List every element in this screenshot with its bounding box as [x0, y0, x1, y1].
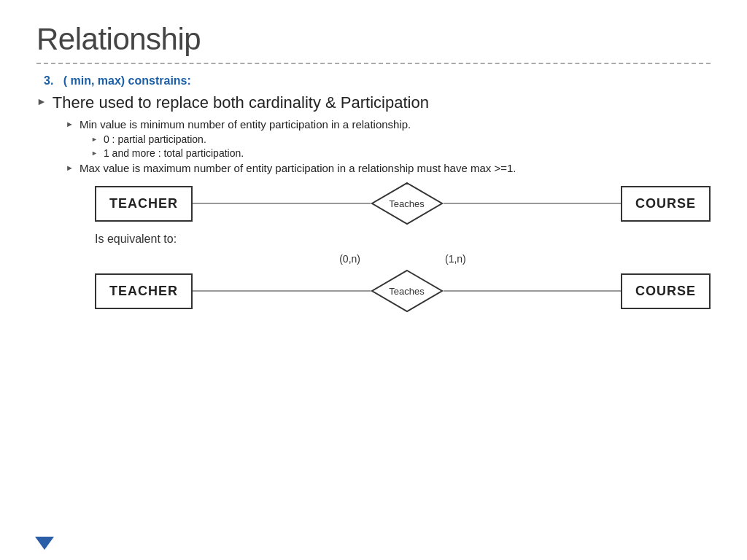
slide-title: Relationship [36, 22, 711, 57]
connector-left-1 [193, 203, 370, 204]
slide-indicator [35, 537, 54, 550]
svg-marker-1 [372, 271, 442, 311]
left-constraint-label: (0,n) [175, 253, 366, 265]
sub-bullet-0-child-1-text: 1 and more : total participation. [104, 147, 244, 159]
diagram-area-1: TEACHER Teaches COURSE Is equivalent to:… [36, 182, 711, 313]
arrow-icon-0-0: ► [91, 136, 98, 143]
entity-course-1: COURSE [621, 186, 711, 222]
arrow-icon-1: ► [66, 163, 74, 172]
main-bullet-text: There used to replace both cardinality &… [53, 93, 429, 112]
sub-bullet-1: ► Max value is maximum number of entity … [36, 162, 711, 174]
entity-teacher-2: TEACHER [95, 273, 193, 309]
entity-teacher-1: TEACHER [95, 186, 193, 222]
er-diagram-2: TEACHER Teaches COURSE [95, 269, 711, 313]
section-number: 3. [44, 74, 53, 87]
slide: Relationship 3. ( min, max) constrains: … [0, 0, 747, 560]
relation-diamond-1: Teaches [371, 182, 444, 225]
sub-bullet-0-child-1: ► 1 and more : total participation. [36, 147, 711, 159]
er-diagram-1: TEACHER Teaches COURSE [95, 182, 711, 225]
connector-right-1 [444, 203, 621, 204]
entity-course-2: COURSE [621, 273, 711, 309]
sub-bullet-0-child-0: ► 0 : partial participation. [36, 133, 711, 145]
title-divider [36, 63, 711, 64]
connector-right-2 [444, 290, 621, 292]
sub-bullet-0-child-0-text: 0 : partial participation. [104, 133, 206, 145]
section-text: ( min, max) constrains: [63, 74, 191, 87]
connector-left-2 [193, 290, 370, 292]
svg-marker-0 [372, 183, 442, 224]
sub-bullet-0-text: Min value is minimum number of entity pa… [80, 118, 411, 131]
arrow-icon-0-1: ► [91, 149, 98, 157]
main-bullet: ► There used to replace both cardinality… [36, 93, 711, 112]
diagram-2-wrapper: (0,n) (1,n) TEACHER Teaches COURSE [95, 253, 711, 313]
arrow-icon: ► [36, 96, 47, 107]
arrow-icon-0: ► [66, 120, 74, 128]
right-constraint-label: (1,n) [439, 253, 630, 265]
equiv-text: Is equivalent to: [95, 233, 711, 246]
section-label: 3. ( min, max) constrains: [36, 74, 711, 88]
constraint-labels: (0,n) (1,n) [175, 253, 630, 265]
sub-bullet-0: ► Min value is minimum number of entity … [36, 118, 711, 131]
sub-bullet-1-text: Max value is maximum number of entity pa… [80, 162, 516, 174]
relation-diamond-2: Teaches [371, 269, 444, 313]
